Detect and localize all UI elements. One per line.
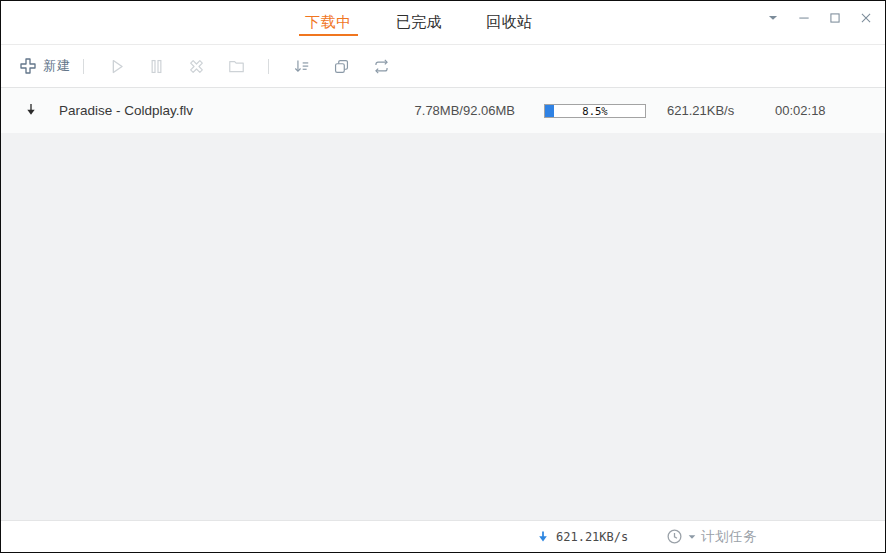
delete-button[interactable] (186, 56, 206, 76)
window-controls (755, 2, 879, 34)
pause-button[interactable] (146, 56, 166, 76)
chevron-down-icon (687, 532, 697, 542)
sort-button[interactable] (291, 56, 311, 76)
repeat-icon (372, 57, 391, 76)
tab-completed[interactable]: 已完成 (390, 1, 449, 44)
close-button[interactable] (853, 5, 879, 31)
download-row[interactable]: Paradise - Coldplay.flv 7.78MB/92.06MB 8… (1, 88, 885, 133)
schedule-task-button[interactable]: 计划任务 (666, 521, 757, 552)
toolbar-separator (83, 59, 84, 74)
download-speed: 621.21KB/s (667, 88, 734, 133)
toolbar: 新建 (1, 45, 885, 88)
schedule-task-label: 计划任务 (701, 528, 757, 546)
plus-icon (18, 56, 38, 76)
clock-icon (666, 528, 683, 545)
download-eta: 00:02:18 (775, 88, 826, 133)
download-manager-window: { "tabs": [ { "label": "下载中", "active": … (0, 0, 886, 553)
tab-trash[interactable]: 回收站 (480, 1, 539, 44)
total-speed-indicator: 621.21KB/s (536, 521, 628, 552)
sort-descending-icon (292, 57, 311, 76)
download-filename: Paradise - Coldplay.flv (59, 88, 193, 133)
copy-button[interactable] (331, 56, 351, 76)
tab-downloading[interactable]: 下载中 (299, 1, 358, 44)
chevron-down-icon (766, 11, 780, 25)
start-button[interactable] (106, 56, 126, 76)
delete-x-icon (187, 57, 206, 76)
tab-trash-label: 回收站 (486, 13, 533, 32)
download-list-area (1, 133, 885, 520)
menu-button[interactable] (760, 5, 786, 31)
minimize-button[interactable] (791, 5, 817, 31)
pause-icon (147, 57, 166, 76)
folder-icon (227, 57, 246, 76)
download-arrow-icon (23, 102, 39, 122)
repeat-button[interactable] (371, 56, 391, 76)
titlebar: 下载中 已完成 回收站 (1, 1, 885, 45)
maximize-button[interactable] (822, 5, 848, 31)
download-size: 7.78MB/92.06MB (415, 88, 515, 133)
download-arrow-icon (536, 530, 550, 544)
statusbar: 621.21KB/s 计划任务 (1, 520, 885, 552)
open-folder-button[interactable] (226, 56, 246, 76)
maximize-icon (828, 11, 842, 25)
toolbar-separator (268, 59, 269, 74)
new-task-label: 新建 (43, 57, 71, 75)
progress-percent: 8.5% (545, 105, 645, 117)
copy-icon (332, 57, 351, 76)
minimize-icon (797, 11, 811, 25)
play-icon (107, 57, 126, 76)
tab-completed-label: 已完成 (396, 13, 443, 32)
close-icon (859, 11, 873, 25)
new-task-button[interactable]: 新建 (18, 56, 71, 76)
total-speed-value: 621.21KB/s (556, 530, 628, 544)
tab-bar: 下载中 已完成 回收站 (283, 1, 555, 44)
tab-downloading-label: 下载中 (305, 13, 352, 32)
progress-bar: 8.5% (544, 104, 646, 118)
